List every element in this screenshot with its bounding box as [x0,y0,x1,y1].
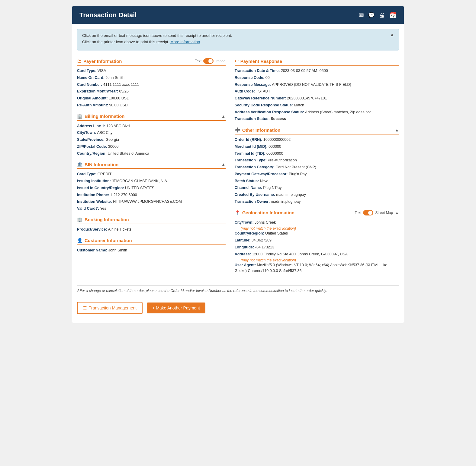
banner-line2: Click on the printer icon above to print… [82,40,394,44]
geo-toggle-switch[interactable] [363,210,373,215]
field-user-agent: User Agent: Mozilla/5.0 (Windows NT 10.0… [235,262,399,274]
geo-warning2: (may not match the exact location) [241,258,399,262]
geolocation-header: 📍 Geolocation Information Text Street Ma… [235,210,399,217]
field-geo-longitude: Longitude: -84.173213 [235,244,399,250]
more-information-link[interactable]: More Information [170,40,200,44]
field-state: State/Province: Georgia [77,137,226,143]
info-banner: ▲ Click on the email or text message ico… [77,29,399,50]
payment-response-fields: Transaction Date & Time: 2023-03-03 09:5… [235,68,399,122]
billing-icon: 🏢 [77,114,83,119]
other-info-header: ➕ Other Information ▲ [235,127,399,134]
other-info-fields: Order Id (RRN): 1000000000002 Merchant I… [235,137,399,205]
field-channel-name: Channel Name: Plug N'Pay [235,185,399,191]
field-order-id: Order Id (RRN): 1000000000002 [235,137,399,143]
bin-section-header: 🏦 BIN Information ▲ [77,162,226,169]
other-info-collapse-btn[interactable]: ▲ [395,128,399,132]
customer-section-title: 👤 Customer Information [77,238,132,243]
customer-section: 👤 Customer Information Customer Name: Jo… [77,238,226,253]
field-txn-status: Transaction Status: Success [235,116,399,122]
header: Transaction Detail ✉ 💬 🖨 📅 [72,6,404,24]
booking-section-header: 🏢 Booking Information [77,217,226,224]
field-security-code-status: Security Code Response Status: Match [235,102,399,108]
sms-icon[interactable]: 💬 [368,12,375,18]
field-reauth-amount: Re-Auth Amount: 90.00 USD [77,102,226,108]
field-product-service: Product/Service: Airline Tickets [77,227,226,232]
customer-fields: Customer Name: John Smith [77,248,226,253]
field-bin-card-type: Card Type: CREDIT [77,171,226,177]
footer-buttons: ☰ Transaction Management + Make Another … [72,296,404,323]
field-valid-card: Valid Card?: Yes [77,206,226,212]
payment-response-header: ↩ Payment Response [235,58,399,66]
bin-section-title: 🏦 BIN Information [77,162,119,167]
credit-card-icon: 🗂 [77,59,82,64]
field-geo-city: City/Town: Johns Creek [235,220,399,225]
field-batch-status: Batch Status: New [235,178,399,184]
field-issued-country: Issued In Country/Region: UNITED STATES [77,185,226,191]
payer-section-title: 🗂 Payer Information [77,59,122,64]
payer-toggle-switch[interactable] [203,58,214,64]
email-icon[interactable]: ✉ [359,11,364,19]
field-original-amount: Original Amount: 100.00 USD [77,95,226,101]
billing-section-header: 🏢 Billing Information ▲ [77,114,226,121]
field-zip: ZIP/Postal Code: 30000 [77,144,226,150]
other-info-section: ➕ Other Information ▲ Order Id (RRN): 10… [235,127,399,205]
payment-response-title: ↩ Payment Response [235,58,282,64]
field-merchant-id: Merchant Id (MID): 000000 [235,144,399,150]
field-txn-owner: Transaction Owner: madmin.plugnpay [235,199,399,205]
field-city: City/Town: ABC City [77,130,226,136]
field-auth-code: Auth Code: TSTAUT [235,89,399,94]
plus-icon: ➕ [235,127,240,133]
print-icon[interactable]: 🖨 [379,12,385,19]
billing-fields: Address Line 1: 123 ABC Blvd City/Town: … [77,123,226,157]
billing-section: 🏢 Billing Information ▲ Address Line 1: … [77,114,226,157]
payer-fields: Card Type: VISA Name On Card: John Smith… [77,68,226,108]
bin-collapse-btn[interactable]: ▲ [221,162,226,167]
bank-icon: 🏦 [77,162,83,167]
field-txn-category: Transaction Category: Card Not Present (… [235,164,399,170]
payer-toggle: Text Image [195,58,225,64]
field-geo-country: Country/Region: United States [235,231,399,236]
booking-section: 🏢 Booking Information Product/Service: A… [77,217,226,232]
field-terminal-id: Terminal Id (TID): 00000000 [235,151,399,157]
info-note-icon: ℹ [77,289,79,293]
payment-response-section: ↩ Payment Response Transaction Date & Ti… [235,58,399,122]
field-card-type: Card Type: VISA [77,68,226,74]
field-geo-address: Address: 12000 Findley Rd Ste 400, Johns… [235,251,399,257]
customer-section-header: 👤 Customer Information [77,238,226,245]
field-country: Country/Region: United States of America [77,151,226,157]
geo-collapse-btn[interactable]: ▲ [395,210,399,215]
page-container: Transaction Detail ✉ 💬 🖨 📅 ▲ Click on th… [72,6,404,323]
page-title: Transaction Detail [79,11,137,19]
field-geo-latitude: Latitude: 34.0627289 [235,238,399,243]
field-name-on-card: Name On Card: John Smith [77,75,226,81]
field-institution-website: Institution Website: HTTP://WWW.JPMORGAN… [77,199,226,205]
person-icon: 👤 [77,238,83,243]
geolocation-fields: City/Town: Johns Creek (may not match th… [235,220,399,274]
field-txn-type: Transaction Type: Pre-Authorization [235,157,399,163]
banner-collapse-btn[interactable]: ▲ [390,32,394,37]
left-column: 🗂 Payer Information Text Image Card Type… [77,58,232,279]
booking-fields: Product/Service: Airline Tickets [77,227,226,232]
right-column: ↩ Payment Response Transaction Date & Ti… [232,58,399,279]
payer-section: 🗂 Payer Information Text Image Card Type… [77,58,226,108]
make-another-payment-button[interactable]: + Make Another Payment [147,303,205,313]
billing-collapse-btn[interactable]: ▲ [221,114,226,119]
table-icon: ☰ [83,306,87,310]
banner-line1: Click on the email or text message icon … [82,33,394,38]
field-created-by: Created By Username: madmin.plugnpay [235,192,399,198]
calendar-icon[interactable]: 📅 [389,11,397,19]
other-info-title: ➕ Other Information [235,127,281,133]
field-response-code: Response Code: 00 [235,75,399,81]
field-expiration: Expiration Month/Year: 05/26 [77,89,226,94]
field-issuing-institution: Issuing Institution: JPMORGAN CHASE BANK… [77,178,226,184]
field-payment-gateway: Payment Gateway/Processor: Plug'n Pay [235,171,399,177]
field-address1: Address Line 1: 123 ABC Blvd [77,123,226,129]
geo-toggle-map-label: Street Map [375,211,393,215]
transaction-management-button[interactable]: ☰ Transaction Management [77,302,143,314]
field-card-number: Card Number: 4111 1111 xxxx 1111 [77,82,226,88]
bin-section: 🏦 BIN Information ▲ Card Type: CREDIT Is… [77,162,226,212]
bin-fields: Card Type: CREDIT Issuing Institution: J… [77,171,226,212]
toggle-image-label: Image [215,59,225,63]
booking-section-title: 🏢 Booking Information [77,217,129,222]
geolocation-section: 📍 Geolocation Information Text Street Ma… [235,210,399,274]
